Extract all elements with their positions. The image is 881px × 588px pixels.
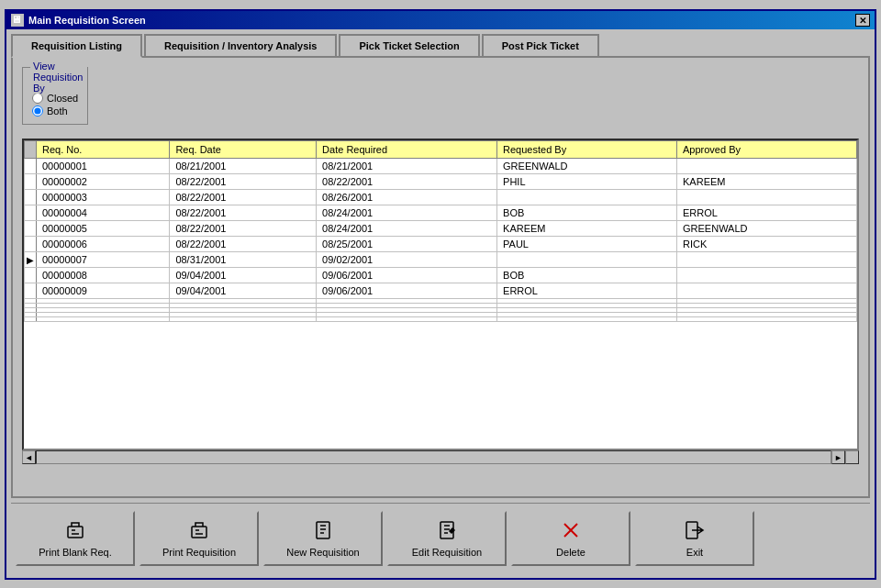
- view-requisition-group: View Requisition By Open Closed Both: [22, 67, 88, 125]
- cell-req-date: [170, 317, 317, 322]
- cell-approved-by: [677, 190, 857, 205]
- cell-req-date: 08/22/2001: [170, 205, 317, 221]
- window-body: Requisition Listing Requisition / Invent…: [6, 29, 875, 578]
- print-requisition-label: Print Requisition: [162, 547, 236, 558]
- scroll-left-button[interactable]: ◄: [22, 450, 36, 464]
- radio-both[interactable]: Both: [32, 105, 78, 116]
- cell-req-date: 09/04/2001: [170, 268, 317, 283]
- svg-rect-1: [192, 527, 206, 538]
- row-indicator: [25, 205, 37, 221]
- cell-req-date: 08/31/2001: [170, 252, 317, 268]
- cell-req-no: [37, 317, 170, 322]
- cell-approved-by: RICK: [677, 237, 857, 252]
- app-icon: 🖥: [11, 14, 24, 27]
- title-bar-left: 🖥 Main Requisition Screen: [11, 14, 146, 27]
- edit-requisition-button[interactable]: Edit Requisition: [387, 511, 507, 566]
- delete-button[interactable]: Delete: [511, 511, 630, 566]
- delete-icon: [560, 519, 582, 544]
- table-row[interactable]: 0000000909/04/200109/06/2001ERROL: [25, 283, 857, 299]
- new-requisition-label: New Requisition: [286, 547, 359, 558]
- window-title: Main Requisition Screen: [28, 15, 146, 26]
- cell-requested-by: BOB: [497, 268, 677, 283]
- row-indicator: [25, 237, 37, 252]
- table-row[interactable]: 0000000608/22/200108/25/2001PAULRICK: [25, 237, 857, 252]
- cell-approved-by: ERROL: [677, 205, 857, 221]
- print-requisition-button[interactable]: Print Requisition: [139, 511, 259, 566]
- cell-date-required: 09/06/2001: [317, 283, 497, 299]
- scrollbar-area: ◄ ►: [22, 450, 859, 464]
- print-requisition-icon: [188, 519, 210, 544]
- new-requisition-button[interactable]: New Requisition: [263, 511, 383, 566]
- close-button[interactable]: ✕: [855, 14, 870, 27]
- svg-rect-2: [317, 522, 329, 538]
- main-window: 🖥 Main Requisition Screen ✕ Requisition …: [5, 9, 876, 580]
- row-indicator: [25, 221, 37, 237]
- table-row[interactable]: [25, 317, 857, 322]
- cell-req-no: 00000005: [37, 221, 170, 237]
- radio-closed[interactable]: Closed: [32, 93, 78, 104]
- toolbar: Print Blank Req. Print Requisition: [11, 503, 870, 573]
- cell-approved-by: [677, 159, 857, 174]
- tab-pick-ticket-selection[interactable]: Pick Ticket Selection: [339, 34, 479, 56]
- row-indicator: ▶: [25, 252, 37, 268]
- delete-label: Delete: [556, 547, 585, 558]
- cell-approved-by: [677, 283, 857, 299]
- tab-requisition-inventory[interactable]: Requisition / Inventory Analysis: [144, 34, 337, 56]
- cell-date-required: 08/24/2001: [317, 205, 497, 221]
- edit-requisition-icon: [436, 519, 458, 544]
- cell-requested-by: [497, 252, 677, 268]
- col-req-no: Req. No.: [37, 141, 170, 159]
- row-indicator: [25, 317, 37, 322]
- tab-post-pick-ticket[interactable]: Post Pick Ticket: [482, 34, 599, 56]
- cell-date-required: 09/02/2001: [317, 252, 497, 268]
- exit-button[interactable]: Exit: [635, 511, 754, 566]
- table-row[interactable]: 0000000809/04/200109/06/2001BOB: [25, 268, 857, 283]
- horizontal-scrollbar[interactable]: [36, 450, 831, 464]
- cell-date-required: 09/06/2001: [317, 268, 497, 283]
- row-indicator: [25, 174, 37, 190]
- cell-date-required: 08/24/2001: [317, 221, 497, 237]
- cell-req-date: 09/04/2001: [170, 283, 317, 299]
- cell-date-required: 08/26/2001: [317, 190, 497, 205]
- cell-approved-by: GREENWALD: [677, 221, 857, 237]
- radio-both-input[interactable]: [32, 105, 43, 116]
- cell-date-required: 08/21/2001: [317, 159, 497, 174]
- tab-requisition-listing[interactable]: Requisition Listing: [11, 34, 142, 58]
- tab-bar: Requisition Listing Requisition / Invent…: [11, 34, 870, 58]
- cell-date-required: 08/22/2001: [317, 174, 497, 190]
- table-row[interactable]: 0000000308/22/200108/26/2001: [25, 190, 857, 205]
- row-indicator: [25, 190, 37, 205]
- table-row[interactable]: ▶0000000708/31/200109/02/2001: [25, 252, 857, 268]
- cell-req-no: 00000009: [37, 283, 170, 299]
- cell-req-date: 08/21/2001: [170, 159, 317, 174]
- col-requested-by: Requested By: [497, 141, 677, 159]
- table-row[interactable]: 0000000508/22/200108/24/2001KAREEMGREENW…: [25, 221, 857, 237]
- scroll-right-button[interactable]: ►: [831, 450, 845, 464]
- table-row[interactable]: 0000000208/22/200108/22/2001PHILKAREEM: [25, 174, 857, 190]
- cell-requested-by: [497, 190, 677, 205]
- table-row[interactable]: 0000000108/21/200108/21/2001GREENWALD: [25, 159, 857, 174]
- cell-approved-by: KAREEM: [677, 174, 857, 190]
- cell-req-no: 00000003: [37, 190, 170, 205]
- cell-approved-by: [677, 268, 857, 283]
- table-row[interactable]: 0000000408/22/200108/24/2001BOBERROL: [25, 205, 857, 221]
- print-blank-req-label: Print Blank Req.: [39, 547, 111, 558]
- cell-req-no: 00000006: [37, 237, 170, 252]
- cell-requested-by: GREENWALD: [497, 159, 677, 174]
- cell-date-required: [317, 317, 497, 322]
- new-requisition-icon: [312, 519, 334, 544]
- tab-content: View Requisition By Open Closed Both: [11, 58, 870, 498]
- cell-approved-by: [677, 317, 857, 322]
- requisition-table: Req. No. Req. Date Date Required Request…: [24, 140, 857, 322]
- cell-req-no: 00000004: [37, 205, 170, 221]
- print-blank-req-button[interactable]: Print Blank Req.: [16, 511, 135, 566]
- cell-requested-by: BOB: [497, 205, 677, 221]
- requisition-grid[interactable]: Req. No. Req. Date Date Required Request…: [22, 139, 859, 450]
- radio-closed-input[interactable]: [32, 93, 43, 104]
- cell-req-date: 08/22/2001: [170, 237, 317, 252]
- cell-requested-by: PHIL: [497, 174, 677, 190]
- table-header: Req. No. Req. Date Date Required Request…: [25, 141, 857, 159]
- cell-req-no: 00000008: [37, 268, 170, 283]
- col-req-date: Req. Date: [170, 141, 317, 159]
- exit-icon: [684, 519, 706, 544]
